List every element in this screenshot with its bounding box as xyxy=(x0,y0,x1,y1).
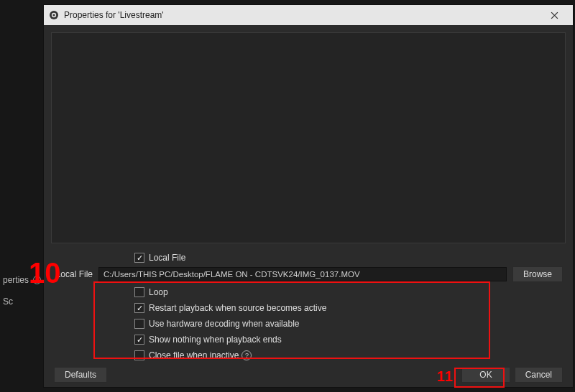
properties-dialog: Properties for 'Livestream' Local File L… xyxy=(43,4,574,388)
show-nothing-checkbox[interactable] xyxy=(134,335,144,345)
restart-playback-label: Restart playback when source becomes act… xyxy=(149,303,326,313)
local-file-checkbox[interactable] xyxy=(134,253,144,263)
help-icon[interactable]: ? xyxy=(242,350,252,360)
close-inactive-checkbox[interactable] xyxy=(134,350,144,360)
loop-label: Loop xyxy=(149,287,168,297)
bg-perties-label: perties xyxy=(3,275,29,285)
local-file-checkbox-label: Local File xyxy=(149,253,185,263)
annotation-11: 11 xyxy=(437,368,453,385)
titlebar: Properties for 'Livestream' xyxy=(44,5,573,25)
bg-sc-label: Sc xyxy=(3,297,13,307)
cancel-button[interactable]: Cancel xyxy=(515,367,563,383)
obs-icon xyxy=(48,9,60,21)
form-area: Local File Local File C:/Users/THIS PC/D… xyxy=(44,248,573,381)
svg-point-2 xyxy=(52,14,55,16)
defaults-button[interactable]: Defaults xyxy=(54,367,107,383)
browse-button[interactable]: Browse xyxy=(512,266,563,282)
dialog-title: Properties for 'Livestream' xyxy=(64,10,540,20)
preview-area xyxy=(44,25,573,248)
annotation-10: 10 xyxy=(29,257,61,289)
ok-button[interactable]: OK xyxy=(461,367,510,383)
close-icon xyxy=(551,11,558,19)
loop-checkbox[interactable] xyxy=(134,287,144,297)
close-button[interactable] xyxy=(540,5,569,25)
show-nothing-label: Show nothing when playback ends xyxy=(149,335,282,345)
dialog-footer: Defaults OK Cancel xyxy=(44,363,573,387)
restart-playback-checkbox[interactable] xyxy=(134,303,144,313)
hw-decode-label: Use hardware decoding when available xyxy=(149,319,299,329)
local-file-path-input[interactable]: C:/Users/THIS PC/Desktop/FLAME ON - CDTS… xyxy=(98,267,507,281)
hw-decode-checkbox[interactable] xyxy=(134,319,144,329)
preview-canvas xyxy=(51,32,566,243)
close-inactive-label: Close file when inactive xyxy=(149,350,239,360)
